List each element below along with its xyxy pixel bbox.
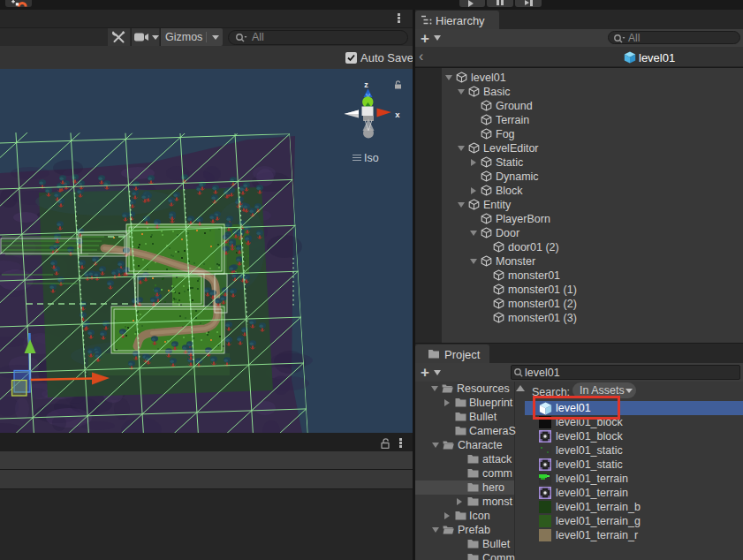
svg-text:z: z (364, 80, 368, 89)
svg-text:x: x (395, 110, 400, 119)
svg-text:Iso: Iso (364, 152, 379, 164)
